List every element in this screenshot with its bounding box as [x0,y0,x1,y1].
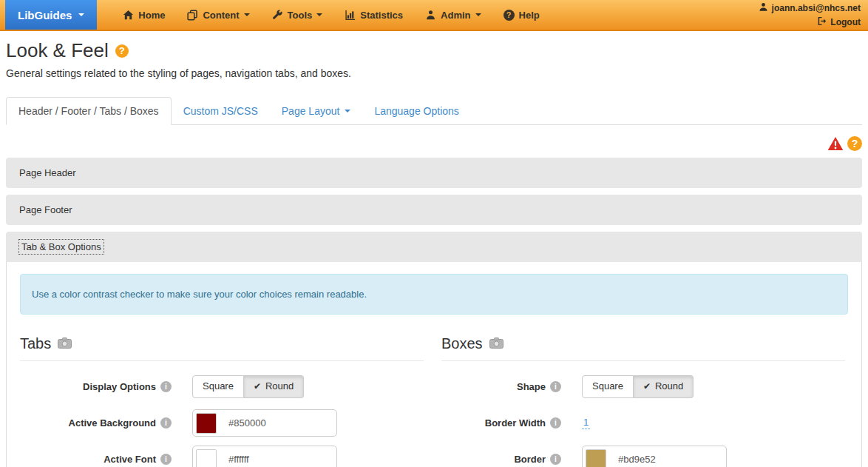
nav-item-label: Tools [288,10,313,21]
tab-language-options[interactable]: Language Options [362,97,470,125]
active-background-input[interactable]: #850000 [192,409,337,437]
nav-item-tools[interactable]: Tools [261,0,334,30]
user-email: joann.absi@nhcs.net [772,3,861,13]
field-label-wrap: Border i [441,454,561,465]
button-label: Round [265,380,294,393]
nav-item-statistics[interactable]: Statistics [333,0,414,30]
field-label: Active Font [104,454,156,465]
color-swatch[interactable] [196,413,217,434]
tabs-section-heading-row: Tabs [20,335,424,361]
tab-label: Page Layout [282,105,340,117]
question-glyph: ? [119,45,125,56]
tab-page-layout[interactable]: Page Layout [270,97,363,125]
info-icon[interactable]: i [550,454,561,465]
border-color-input[interactable]: #bd9e52 [582,446,727,467]
info-glyph: i [165,419,167,427]
tabs-section: Tabs Display Options i Sq [20,335,434,467]
info-icon[interactable]: i [550,417,561,429]
nav-item-label: Home [138,10,165,21]
button-label: Round [655,380,683,393]
brand-label: LibGuides [18,9,72,21]
statistics-icon [345,10,356,21]
field-label: Border [514,454,546,465]
field-label-wrap: Border Width i [441,417,561,429]
tab-custom-js-css[interactable]: Custom JS/CSS [172,97,270,125]
boxes-section: Boxes Shape i Square [434,335,848,467]
accordion-page-footer[interactable]: Page Footer [6,195,862,225]
border-width-editable[interactable]: 1 [582,417,590,429]
color-swatch[interactable] [586,449,606,467]
page-content: Look & Feel ? General settings related t… [0,39,868,467]
border-color-row: Border i #bd9e52 [441,446,845,467]
logout-link[interactable]: Logout [817,16,861,28]
logout-icon [817,16,827,28]
nav-item-home[interactable]: Home [112,0,176,30]
nav-item-admin[interactable]: Admin [414,0,492,30]
tab-header-footer-tabs-boxes[interactable]: Header / Footer / Tabs / Boxes [6,97,172,125]
info-glyph: i [165,455,167,463]
border-width-control: 1 [582,417,590,429]
tabs-section-heading: Tabs [20,335,51,352]
display-options-row: Display Options i Square ✔ [20,373,424,400]
info-icon[interactable]: i [160,454,172,465]
active-background-control: #850000 [192,409,337,437]
info-icon[interactable]: i [160,417,172,429]
brand-button[interactable]: LibGuides [5,0,97,30]
border-color-control: #bd9e52 [582,446,727,467]
help-icon: ? [503,10,515,21]
accordion-label: Page Header [19,167,76,178]
camera-icon[interactable] [489,335,503,352]
settings-accordion: Page Header Page Footer Tab & Box Option… [6,158,862,467]
title-help-icon[interactable]: ? [115,44,129,58]
contrast-info-alert: Use a color contrast checker to make sur… [20,274,848,315]
check-icon: ✔ [643,381,651,393]
info-glyph: i [555,455,557,463]
tab-box-options-panel-body: Use a color contrast checker to make sur… [6,262,862,467]
field-label-wrap: Display Options i [20,381,172,392]
info-icon[interactable]: i [550,381,561,392]
hex-value: #bd9e52 [618,454,656,465]
shape-toggle: Square ✔ Round [582,375,694,398]
field-label-wrap: Active Background i [20,417,172,429]
display-options-toggle: Square ✔ Round [192,375,304,398]
info-glyph: i [555,419,557,427]
nav-item-content[interactable]: Content [176,0,260,30]
nav-item-label: Help [519,10,540,21]
navbar-user-area: joann.absi@nhcs.net Logout [759,0,868,30]
tab-label: Language Options [374,105,458,117]
camera-icon[interactable] [58,335,72,352]
tab-label: Header / Footer / Tabs / Boxes [18,105,159,117]
nav-item-help[interactable]: ? Help [492,0,551,30]
accordion-tab-box-options[interactable]: Tab & Box Options [6,232,862,262]
info-glyph: i [165,383,167,391]
warning-icon[interactable] [827,136,844,151]
field-label: Shape [517,381,546,392]
check-icon: ✔ [254,381,261,393]
active-background-row: Active Background i #850000 [20,409,424,437]
color-swatch[interactable] [196,449,217,467]
info-icon[interactable]: i [160,381,172,392]
caret-down-icon [345,110,350,112]
boxes-section-heading: Boxes [441,335,483,352]
square-option-button[interactable]: Square [582,375,634,398]
main-nav: Home Content Tools Statistics Admin ? He… [112,0,550,30]
square-option-button[interactable]: Square [192,375,244,398]
page-subtitle: General settings related to the styling … [6,67,862,79]
home-icon [123,10,134,21]
content-icon [187,10,198,21]
alert-text: Use a color contrast checker to make sur… [32,289,367,300]
active-font-input[interactable]: #ffffff [192,446,337,467]
button-label: Square [592,380,623,393]
user-account-link[interactable]: joann.absi@nhcs.net [759,2,861,14]
user-icon [759,2,768,14]
active-font-control: #ffffff [192,446,337,467]
round-option-button[interactable]: ✔ Round [634,375,694,398]
page-title-row: Look & Feel ? [6,39,862,62]
hex-value: #850000 [228,417,266,429]
page-help-icon[interactable]: ? [847,136,862,151]
caret-down-icon [78,13,84,16]
accordion-page-header[interactable]: Page Header [6,158,862,188]
round-option-button[interactable]: ✔ Round [244,375,304,398]
nav-item-label: Content [203,10,239,21]
caret-down-icon [316,13,322,16]
